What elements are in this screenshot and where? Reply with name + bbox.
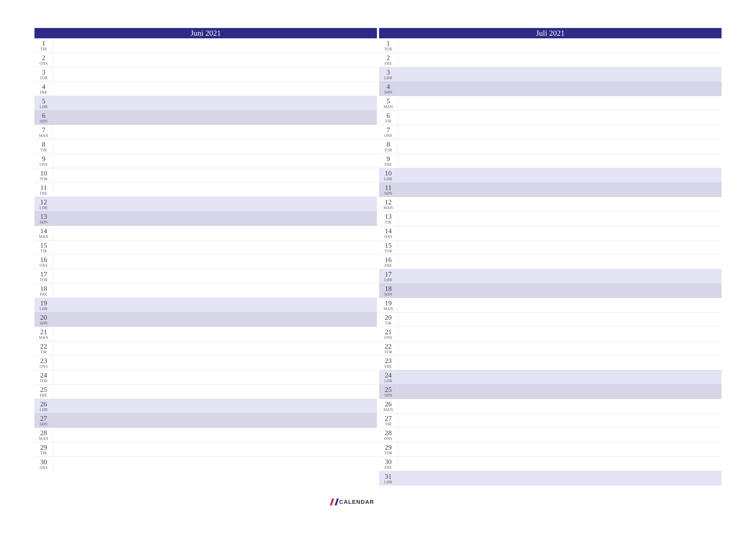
day-weekday: ONS [40, 264, 48, 267]
day-label-box: 27SØN [35, 414, 53, 428]
day-label-box: 27TIR [379, 414, 398, 428]
day-number: 23 [385, 357, 392, 364]
day-weekday: FRE [40, 90, 47, 94]
brand-logo: CALENDAR [331, 498, 374, 505]
day-note-space [398, 298, 721, 312]
day-label-box: 20TIR [379, 313, 398, 327]
day-weekday: TOR [384, 249, 392, 253]
day-row: 2FRE [379, 53, 721, 67]
day-row: 21MAN [35, 327, 377, 341]
day-note-space [398, 341, 721, 355]
day-weekday: TOR [384, 47, 392, 51]
day-row: 9ONS [35, 154, 377, 168]
day-note-space [53, 414, 377, 428]
day-weekday: ONS [384, 134, 392, 138]
day-label-box: 24LØR [379, 370, 398, 384]
day-label-box: 26MAN [379, 399, 398, 413]
day-label-box: 26LØR [35, 399, 53, 413]
day-number: 16 [40, 256, 47, 263]
day-note-space [53, 226, 377, 240]
day-label-box: 5MAN [379, 96, 398, 110]
day-number: 28 [40, 429, 47, 436]
day-weekday: ONS [384, 336, 392, 340]
day-number: 17 [40, 271, 47, 278]
brand-icon [331, 498, 338, 505]
day-weekday: MAN [39, 336, 48, 340]
day-label-box: 11SØN [379, 183, 398, 197]
day-note-space [398, 471, 721, 486]
month-title: Juli 2021 [536, 29, 565, 38]
month-column-right: Juli 2021 1TOR2FRE3LØR4SØN5MAN6TIR7ONS8T… [379, 28, 721, 486]
day-note-space [398, 269, 721, 283]
day-weekday: SØN [384, 191, 392, 195]
day-weekday: ONS [40, 466, 48, 470]
day-note-space [398, 168, 721, 182]
day-label-box: 8TOR [379, 139, 398, 154]
day-weekday: TIR [40, 249, 47, 253]
day-number: 6 [42, 112, 45, 119]
day-note-space [398, 457, 721, 471]
day-weekday: FRE [40, 292, 47, 296]
day-list: 1TOR2FRE3LØR4SØN5MAN6TIR7ONS8TOR9FRE10LØ… [379, 38, 721, 486]
day-row: 6SØN [35, 111, 377, 125]
day-label-box: 30ONS [35, 457, 53, 471]
day-row: 17LØR [379, 269, 721, 284]
day-label-box: 21ONS [379, 327, 398, 341]
day-label-box: 19LØR [35, 298, 53, 312]
day-number: 14 [385, 227, 392, 234]
day-number: 8 [42, 141, 45, 148]
day-label-box: 6SØN [35, 111, 53, 125]
day-note-space [53, 154, 377, 168]
day-row: 7MAN [35, 125, 377, 139]
day-label-box: 17TOR [35, 269, 53, 283]
day-number: 27 [385, 415, 392, 422]
day-row: 29TIR [35, 442, 377, 457]
day-label-box: 22TOR [379, 341, 398, 355]
day-weekday: MAN [39, 134, 48, 138]
day-label-box: 31LØR [379, 471, 398, 486]
day-weekday: TIR [40, 350, 47, 354]
day-row: 27SØN [35, 414, 377, 428]
day-note-space [53, 356, 377, 370]
day-note-space [398, 125, 721, 139]
day-row: 15TIR [35, 240, 377, 255]
day-label-box: 17LØR [379, 269, 398, 283]
day-row: 28ONS [379, 428, 721, 442]
day-row: 6TIR [379, 111, 721, 125]
day-number: 8 [387, 141, 390, 148]
day-number: 18 [385, 285, 392, 292]
day-number: 29 [385, 444, 392, 451]
day-row: 8TIR [35, 139, 377, 154]
day-weekday: TIR [385, 321, 392, 325]
day-label-box: 1TOR [379, 38, 398, 53]
month-title: Juni 2021 [191, 29, 221, 38]
day-row: 11FRE [35, 183, 377, 197]
day-number: 2 [387, 54, 390, 61]
day-weekday: TOR [40, 379, 48, 383]
day-note-space [53, 457, 377, 471]
day-row: 22TIR [35, 341, 377, 356]
day-label-box: 23ONS [35, 356, 53, 370]
day-label-box: 19MAN [379, 298, 398, 312]
day-weekday: LØR [384, 379, 392, 383]
day-row: 31LØR [379, 471, 721, 486]
day-row: 18SØN [379, 284, 721, 298]
day-note-space [398, 284, 721, 298]
day-number: 14 [40, 227, 47, 234]
day-note-space [53, 82, 377, 96]
day-row: 22TOR [379, 341, 721, 356]
day-row: 14MAN [35, 226, 377, 240]
day-number: 22 [385, 343, 392, 350]
day-weekday: TOR [384, 148, 392, 152]
day-note-space [53, 313, 377, 327]
day-label-box: 20SØN [35, 313, 53, 327]
day-weekday: ONS [40, 163, 48, 166]
day-number: 6 [387, 112, 390, 119]
day-note-space [53, 298, 377, 312]
day-label-box: 12LØR [35, 197, 53, 211]
day-label-box: 3TOR [35, 67, 53, 81]
day-number: 17 [385, 271, 392, 278]
day-row: 26MAN [379, 399, 721, 414]
day-note-space [53, 385, 377, 399]
month-column-left: Juni 2021 1TIR2ONS3TOR4FRE5LØR6SØN7MAN8T… [35, 28, 377, 486]
